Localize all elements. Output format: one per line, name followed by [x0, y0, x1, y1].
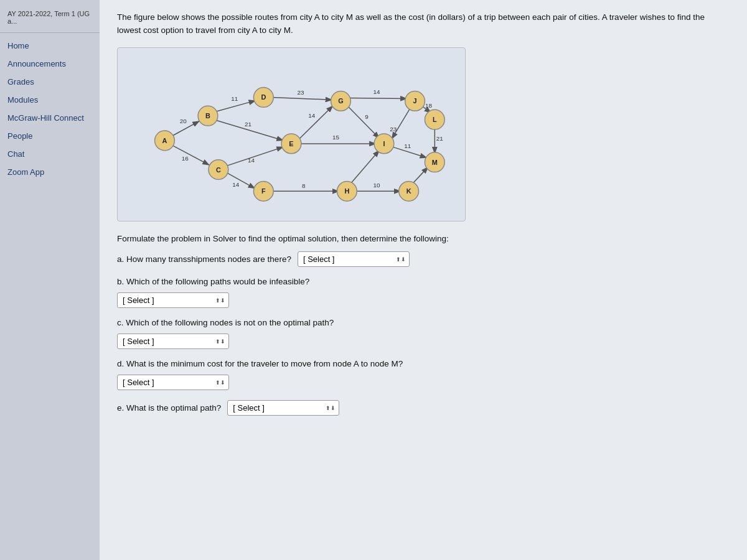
question-b-label: b. Which of the following paths would be…: [117, 277, 309, 286]
sidebar-item-people[interactable]: People: [0, 127, 100, 145]
node-i-label: I: [383, 140, 385, 147]
question-a-label: a. How many transshipments nodes are the…: [117, 254, 291, 264]
edge-be-label: 21: [245, 121, 252, 128]
edge-ac-label: 16: [182, 155, 189, 162]
main-content: The figure below shows the possible rout…: [100, 0, 747, 560]
edge-hk-label: 10: [373, 182, 380, 189]
node-j-label: J: [413, 97, 417, 105]
question-a-select-wrapper: [ Select ]: [298, 251, 410, 267]
graph-container: 20 16 11 21 14 14 23 14 15: [117, 47, 466, 222]
node-b-label: B: [205, 112, 210, 119]
question-d-label: d. What is the minimum cost for the trav…: [117, 359, 403, 368]
question-c-label: c. Which of the following nodes is not o…: [117, 318, 334, 327]
question-a-select[interactable]: [ Select ]: [298, 251, 410, 267]
edge-ei-label: 15: [332, 134, 340, 141]
edge-cf: [225, 171, 256, 189]
edge-ij-label: 23: [390, 126, 397, 133]
edge-ji: [392, 105, 412, 139]
question-a-row: a. How many transshipments nodes are the…: [117, 251, 730, 267]
node-g-label: G: [338, 97, 343, 105]
questions-container: a. How many transshipments nodes are the…: [117, 251, 730, 416]
node-a-label: A: [162, 137, 167, 144]
edge-ac: [172, 146, 210, 166]
sidebar-item-modules[interactable]: Modules: [0, 91, 100, 109]
node-k-label: K: [406, 187, 411, 195]
sidebar-item-zoom[interactable]: Zoom App: [0, 163, 100, 181]
sidebar: AY 2021-2022, Term 1 (UG a... Home Annou…: [0, 0, 100, 560]
question-e-row: e. What is the optimal path? [ Select ]: [117, 400, 730, 416]
question-c-select[interactable]: [ Select ]: [117, 334, 229, 349]
edge-hi: [349, 150, 380, 186]
edge-lm-label: 21: [436, 135, 444, 142]
question-b-select[interactable]: [ Select ]: [117, 292, 229, 308]
edge-im-label: 11: [404, 142, 411, 149]
node-h-label: H: [344, 187, 349, 195]
edge-jl-label: 18: [425, 102, 433, 109]
edge-cf-label: 14: [232, 181, 240, 188]
question-d-row: d. What is the minimum cost for the trav…: [117, 359, 730, 390]
edge-ce-label: 14: [248, 157, 255, 164]
sidebar-item-home[interactable]: Home: [0, 37, 100, 55]
edge-ab-label: 20: [180, 118, 187, 124]
edge-fh-label: 8: [302, 182, 306, 189]
question-e-select[interactable]: [ Select ]: [227, 400, 339, 416]
question-d-select[interactable]: [ Select ]: [117, 375, 229, 390]
node-f-label: F: [261, 187, 266, 195]
node-l-label: L: [433, 116, 437, 123]
question-e-label: e. What is the optimal path?: [117, 403, 221, 413]
edge-eg-label: 14: [308, 112, 316, 119]
problem-description: The figure below shows the possible rout…: [117, 11, 730, 37]
edge-dg: [271, 97, 332, 100]
node-d-label: D: [261, 93, 266, 101]
node-c-label: C: [216, 166, 221, 173]
edge-gj-label: 14: [373, 88, 380, 95]
edge-bd-label: 11: [231, 95, 238, 102]
sidebar-item-chat[interactable]: Chat: [0, 145, 100, 163]
question-b-select-wrapper: [ Select ]: [117, 292, 229, 308]
question-e-select-wrapper: [ Select ]: [227, 400, 339, 416]
question-b-row: b. Which of the following paths would be…: [117, 277, 730, 308]
edge-gj: [349, 98, 407, 98]
graph-svg: 20 16 11 21 14 14 23 14 15: [118, 48, 465, 221]
sidebar-item-mcgraw[interactable]: McGraw-Hill Connect: [0, 109, 100, 127]
question-c-select-wrapper: [ Select ]: [117, 334, 229, 349]
formulate-text: Formulate the problem in Solver to find …: [117, 233, 730, 245]
node-e-label: E: [289, 140, 293, 147]
sidebar-header: AY 2021-2022, Term 1 (UG a...: [0, 6, 100, 33]
question-d-select-wrapper: [ Select ]: [117, 375, 229, 390]
edge-gi: [347, 105, 380, 139]
sidebar-item-announcements[interactable]: Announcements: [0, 55, 100, 73]
edge-dg-label: 23: [297, 89, 304, 96]
edge-eg: [299, 105, 334, 139]
sidebar-item-grades[interactable]: Grades: [0, 73, 100, 91]
question-c-row: c. Which of the following nodes is not o…: [117, 318, 730, 349]
node-m-label: M: [432, 159, 438, 166]
edge-gi-label: 9: [365, 113, 369, 120]
